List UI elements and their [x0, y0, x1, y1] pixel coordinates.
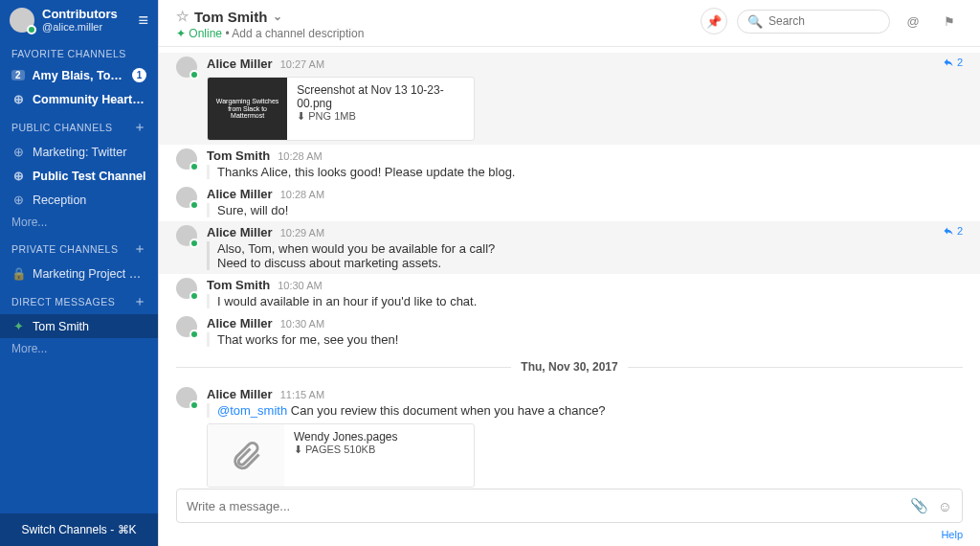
main-menu-icon[interactable]: ≡ [138, 11, 148, 31]
post-avatar [176, 148, 197, 170]
channel-header: ☆ Tom Smith ⌄ ✦ Online • Add a channel d… [159, 0, 980, 47]
globe-icon: ⊕ [11, 169, 25, 183]
sidebar-item-label: Public Test Channel [33, 170, 146, 183]
message-post[interactable]: Alice Miller10:30 AMThat works for me, s… [159, 312, 980, 351]
sidebar-item-label: Community Heartbeat [33, 93, 146, 106]
public-channels-header: PUBLIC CHANNELS ＋ [0, 111, 158, 140]
favorite-channels-header: FAVORITE CHANNELS [0, 40, 158, 63]
online-label: Online [189, 27, 222, 40]
reply-count-link[interactable]: 2 [943, 225, 963, 237]
post-time: 11:15 AM [280, 389, 324, 400]
post-time: 10:28 AM [280, 189, 324, 200]
post-body: I would available in an hour if you'd li… [207, 294, 963, 308]
switch-channels-button[interactable]: Switch Channels - ⌘K [0, 513, 158, 546]
sidebar-item-label: Marketing: Twitter [33, 146, 146, 159]
channel-header-actions: 📌 🔍 @ ⚑ [701, 8, 963, 34]
message-post[interactable]: Tom Smith10:30 AMI would available in an… [159, 274, 980, 312]
post-time: 10:30 AM [280, 318, 324, 330]
sidebar: Contributors @alice.miller ≡ FAVORITE CH… [0, 0, 158, 546]
search-box[interactable]: 🔍 [737, 10, 890, 34]
sidebar-item-label: Marketing Project Disc [33, 267, 146, 281]
post-username[interactable]: Alice Miller [207, 316, 273, 330]
post-avatar [176, 187, 197, 208]
date-separator: Thu, Nov 30, 2017 [176, 360, 963, 374]
sidebar-private-item[interactable]: 🔒 Marketing Project Disc [0, 262, 158, 285]
reply-count-link[interactable]: 2 [943, 57, 963, 68]
user-avatar [10, 8, 34, 33]
more-dm-link[interactable]: More... [0, 338, 158, 359]
search-input[interactable] [768, 14, 880, 28]
post-time: 10:28 AM [278, 150, 322, 162]
presence-icon: ✦ [11, 319, 25, 333]
message-post[interactable]: Alice Miller10:29 AM2Also, Tom, when wou… [159, 221, 980, 274]
main-area: ☆ Tom Smith ⌄ ✦ Online • Add a channel d… [158, 0, 980, 546]
message-input[interactable] [187, 499, 901, 513]
sidebar-public-item[interactable]: ⊕ Public Test Channel [0, 164, 158, 188]
mention-badge: 2 [11, 70, 25, 80]
message-post[interactable]: Alice Miller10:28 AMSure, will do! [159, 183, 980, 221]
user-handle: @alice.miller [42, 21, 118, 33]
post-body: That works for me, see you then! [207, 332, 963, 347]
message-post[interactable]: Alice Miller10:27 AM2Wargaming Switches … [159, 53, 980, 145]
post-username[interactable]: Tom Smith [207, 278, 270, 292]
private-channels-header: PRIVATE CHANNELS ＋ [0, 233, 158, 262]
sidebar-public-item[interactable]: ⊕ Marketing: Twitter [0, 140, 158, 164]
mention-link[interactable]: @tom_smith [217, 403, 287, 418]
message-composer[interactable]: 📎 ☺ [176, 489, 963, 523]
sidebar-dm-item-tom-smith[interactable]: ✦ Tom Smith [0, 314, 158, 338]
channel-title-row[interactable]: ☆ Tom Smith ⌄ [176, 8, 364, 25]
add-description-link[interactable]: Add a channel description [232, 27, 364, 40]
attachment-meta: ⬇ PAGES 510KB [294, 444, 398, 456]
attachment-name: Screenshot at Nov 13 10-23-00.png [297, 83, 464, 110]
flag-icon[interactable]: ⚑ [936, 8, 963, 34]
attachment-meta: ⬇ PNG 1MB [297, 110, 464, 123]
pin-icon[interactable]: 📌 [701, 8, 727, 34]
post-username[interactable]: Alice Miller [207, 387, 273, 401]
channel-subheader: ✦ Online • Add a channel description [176, 27, 364, 40]
attach-icon[interactable]: 📎 [910, 497, 928, 514]
attachment-thumbnail: Wargaming Switches from Slack to Matterm… [208, 78, 287, 140]
sidebar-fav-item[interactable]: ⊕ Community Heartbeat [0, 87, 158, 111]
post-time: 10:30 AM [278, 280, 322, 291]
search-icon: 🔍 [747, 14, 763, 29]
post-avatar [176, 316, 197, 337]
chevron-down-icon[interactable]: ⌄ [273, 10, 282, 23]
sidebar-item-label: Amy Blais, Tom Smi… [33, 69, 124, 82]
post-avatar [176, 225, 197, 246]
emoji-icon[interactable]: ☺ [938, 498, 952, 514]
post-username[interactable]: Alice Miller [207, 225, 273, 239]
post-username[interactable]: Alice Miller [207, 187, 273, 201]
message-post[interactable]: Alice Miller11:15 AM@tom_smith Can you r… [159, 383, 980, 489]
favorite-star-icon[interactable]: ☆ [176, 8, 189, 25]
unread-badge: 1 [132, 68, 146, 82]
sidebar-public-item[interactable]: ⊕ Reception [0, 188, 158, 212]
attachment[interactable]: Wargaming Switches from Slack to Matterm… [207, 77, 475, 141]
lock-icon: 🔒 [11, 266, 25, 281]
post-body: @tom_smith Can you review this document … [207, 403, 963, 418]
post-body: Thanks Alice, this looks good! Please up… [207, 165, 963, 179]
globe-icon: ⊕ [11, 145, 25, 159]
post-username[interactable]: Alice Miller [207, 57, 273, 71]
post-username[interactable]: Tom Smith [207, 148, 270, 163]
add-dm-icon[interactable]: ＋ [133, 293, 147, 310]
post-time: 10:29 AM [280, 227, 324, 239]
mentions-icon[interactable]: @ [900, 8, 926, 34]
message-post[interactable]: Tom Smith10:28 AMThanks Alice, this look… [159, 145, 980, 183]
online-status-icon: ✦ [176, 27, 186, 40]
post-body: Also, Tom, when would you be available f… [207, 241, 963, 270]
add-private-channel-icon[interactable]: ＋ [133, 240, 147, 258]
add-public-channel-icon[interactable]: ＋ [133, 119, 147, 136]
attachment[interactable]: Wendy Jones.pages⬇ PAGES 510KB [207, 423, 475, 488]
sidebar-header[interactable]: Contributors @alice.miller ≡ [0, 0, 158, 40]
post-avatar [176, 278, 197, 299]
attachment-name: Wendy Jones.pages [294, 430, 398, 444]
help-link[interactable]: Help [159, 529, 980, 546]
team-name: Contributors [42, 8, 118, 21]
more-public-link[interactable]: More... [0, 212, 158, 233]
direct-messages-header: DIRECT MESSAGES ＋ [0, 285, 158, 314]
globe-icon: ⊕ [11, 92, 25, 106]
sidebar-fav-item[interactable]: 2 Amy Blais, Tom Smi… 1 [0, 63, 158, 87]
sidebar-item-label: Tom Smith [33, 320, 146, 333]
channel-name: Tom Smith [194, 9, 267, 25]
message-list[interactable]: Alice Miller10:27 AM2Wargaming Switches … [159, 47, 980, 489]
